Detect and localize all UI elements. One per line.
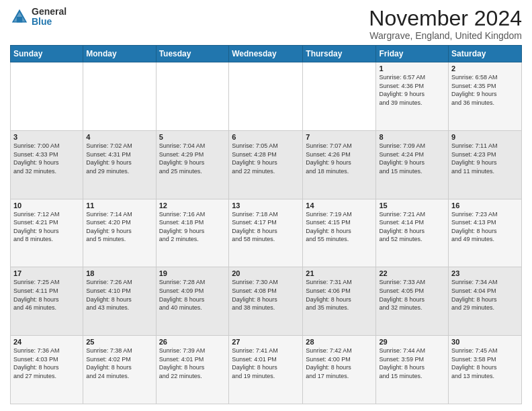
week-row-3: 17Sunrise: 7:25 AM Sunset: 4:11 PM Dayli… bbox=[11, 267, 522, 336]
day-info: Sunrise: 7:39 AM Sunset: 4:01 PM Dayligh… bbox=[159, 347, 226, 380]
day-number: 7 bbox=[306, 133, 373, 141]
day-cell: 15Sunrise: 7:21 AM Sunset: 4:14 PM Dayli… bbox=[376, 199, 449, 267]
day-info: Sunrise: 7:44 AM Sunset: 3:59 PM Dayligh… bbox=[379, 347, 445, 380]
day-info: Sunrise: 7:38 AM Sunset: 4:02 PM Dayligh… bbox=[86, 347, 152, 380]
day-number: 16 bbox=[451, 201, 519, 210]
logo: General Blue bbox=[10, 7, 66, 28]
day-info: Sunrise: 7:41 AM Sunset: 4:01 PM Dayligh… bbox=[232, 347, 300, 380]
header-row: SundayMondayTuesdayWednesdayThursdayFrid… bbox=[11, 46, 522, 62]
day-cell: 30Sunrise: 7:45 AM Sunset: 3:58 PM Dayli… bbox=[449, 336, 522, 404]
day-cell: 13Sunrise: 7:18 AM Sunset: 4:17 PM Dayli… bbox=[229, 199, 303, 267]
day-info: Sunrise: 7:16 AM Sunset: 4:18 PM Dayligh… bbox=[159, 210, 226, 244]
logo-icon bbox=[10, 7, 29, 26]
day-number: 13 bbox=[232, 201, 300, 210]
day-number: 8 bbox=[379, 133, 445, 141]
week-row-4: 24Sunrise: 7:36 AM Sunset: 4:03 PM Dayli… bbox=[11, 336, 522, 404]
day-cell: 4Sunrise: 7:02 AM Sunset: 4:31 PM Daylig… bbox=[83, 130, 156, 199]
day-info: Sunrise: 7:42 AM Sunset: 4:00 PM Dayligh… bbox=[306, 347, 373, 380]
day-cell: 29Sunrise: 7:44 AM Sunset: 3:59 PM Dayli… bbox=[376, 336, 449, 404]
day-info: Sunrise: 7:23 AM Sunset: 4:13 PM Dayligh… bbox=[451, 210, 519, 244]
page: General Blue November 2024 Wargrave, Eng… bbox=[0, 0, 532, 411]
day-cell: 20Sunrise: 7:30 AM Sunset: 4:08 PM Dayli… bbox=[229, 267, 303, 336]
day-number: 17 bbox=[13, 269, 80, 277]
header-wednesday: Wednesday bbox=[229, 46, 303, 62]
day-number: 11 bbox=[86, 201, 152, 210]
day-number: 20 bbox=[232, 269, 300, 277]
day-number: 6 bbox=[232, 133, 300, 141]
day-number: 5 bbox=[159, 133, 226, 141]
header: General Blue November 2024 Wargrave, Eng… bbox=[10, 7, 522, 41]
day-number: 10 bbox=[13, 201, 80, 210]
day-info: Sunrise: 7:05 AM Sunset: 4:28 PM Dayligh… bbox=[232, 142, 300, 175]
logo-text: General Blue bbox=[32, 7, 66, 28]
day-number: 4 bbox=[86, 133, 152, 141]
day-info: Sunrise: 7:07 AM Sunset: 4:26 PM Dayligh… bbox=[306, 142, 373, 175]
day-number: 24 bbox=[13, 338, 80, 346]
day-number: 3 bbox=[13, 133, 80, 141]
calendar-table: SundayMondayTuesdayWednesdayThursdayFrid… bbox=[10, 45, 522, 404]
day-info: Sunrise: 7:14 AM Sunset: 4:20 PM Dayligh… bbox=[86, 210, 152, 244]
day-cell: 9Sunrise: 7:11 AM Sunset: 4:23 PM Daylig… bbox=[449, 130, 522, 199]
day-info: Sunrise: 7:36 AM Sunset: 4:03 PM Dayligh… bbox=[13, 347, 80, 380]
day-info: Sunrise: 7:26 AM Sunset: 4:10 PM Dayligh… bbox=[86, 278, 152, 312]
day-cell: 25Sunrise: 7:38 AM Sunset: 4:02 PM Dayli… bbox=[83, 336, 156, 404]
day-info: Sunrise: 7:34 AM Sunset: 4:04 PM Dayligh… bbox=[451, 278, 519, 312]
day-cell: 16Sunrise: 7:23 AM Sunset: 4:13 PM Dayli… bbox=[449, 199, 522, 267]
header-thursday: Thursday bbox=[303, 46, 376, 62]
day-info: Sunrise: 7:25 AM Sunset: 4:11 PM Dayligh… bbox=[13, 278, 80, 312]
day-number: 19 bbox=[159, 269, 226, 277]
day-cell bbox=[11, 62, 83, 131]
day-number: 26 bbox=[159, 338, 226, 346]
day-cell: 6Sunrise: 7:05 AM Sunset: 4:28 PM Daylig… bbox=[229, 130, 303, 199]
day-info: Sunrise: 7:28 AM Sunset: 4:09 PM Dayligh… bbox=[159, 278, 226, 312]
day-number: 27 bbox=[232, 338, 300, 346]
day-number: 21 bbox=[306, 269, 373, 277]
day-info: Sunrise: 6:57 AM Sunset: 4:36 PM Dayligh… bbox=[379, 73, 445, 107]
day-cell bbox=[83, 62, 156, 131]
day-cell: 14Sunrise: 7:19 AM Sunset: 4:15 PM Dayli… bbox=[303, 199, 376, 267]
day-info: Sunrise: 7:19 AM Sunset: 4:15 PM Dayligh… bbox=[306, 210, 373, 244]
title-block: November 2024 Wargrave, England, United … bbox=[369, 7, 522, 41]
day-info: Sunrise: 7:18 AM Sunset: 4:17 PM Dayligh… bbox=[232, 210, 300, 244]
day-cell: 1Sunrise: 6:57 AM Sunset: 4:36 PM Daylig… bbox=[376, 62, 449, 131]
day-cell: 5Sunrise: 7:04 AM Sunset: 4:29 PM Daylig… bbox=[156, 130, 229, 199]
day-cell: 26Sunrise: 7:39 AM Sunset: 4:01 PM Dayli… bbox=[156, 336, 229, 404]
day-info: Sunrise: 7:02 AM Sunset: 4:31 PM Dayligh… bbox=[86, 142, 152, 175]
day-number: 29 bbox=[379, 338, 445, 346]
day-cell: 11Sunrise: 7:14 AM Sunset: 4:20 PM Dayli… bbox=[83, 199, 156, 267]
day-cell: 8Sunrise: 7:09 AM Sunset: 4:24 PM Daylig… bbox=[376, 130, 449, 199]
day-info: Sunrise: 7:30 AM Sunset: 4:08 PM Dayligh… bbox=[232, 278, 300, 312]
day-number: 12 bbox=[159, 201, 226, 210]
day-cell: 10Sunrise: 7:12 AM Sunset: 4:21 PM Dayli… bbox=[11, 199, 83, 267]
logo-blue: Blue bbox=[32, 17, 66, 27]
day-number: 22 bbox=[379, 269, 445, 277]
day-cell: 28Sunrise: 7:42 AM Sunset: 4:00 PM Dayli… bbox=[303, 336, 376, 404]
day-cell: 18Sunrise: 7:26 AM Sunset: 4:10 PM Dayli… bbox=[83, 267, 156, 336]
week-row-1: 3Sunrise: 7:00 AM Sunset: 4:33 PM Daylig… bbox=[11, 130, 522, 199]
logo-general: General bbox=[32, 7, 66, 17]
header-saturday: Saturday bbox=[449, 46, 522, 62]
day-info: Sunrise: 7:00 AM Sunset: 4:33 PM Dayligh… bbox=[13, 142, 80, 175]
day-info: Sunrise: 7:31 AM Sunset: 4:06 PM Dayligh… bbox=[306, 278, 373, 312]
day-number: 1 bbox=[379, 64, 445, 73]
day-number: 28 bbox=[306, 338, 373, 346]
day-cell: 12Sunrise: 7:16 AM Sunset: 4:18 PM Dayli… bbox=[156, 199, 229, 267]
main-title: November 2024 bbox=[369, 7, 522, 30]
day-number: 25 bbox=[86, 338, 152, 346]
day-number: 18 bbox=[86, 269, 152, 277]
day-info: Sunrise: 7:09 AM Sunset: 4:24 PM Dayligh… bbox=[379, 142, 445, 175]
day-info: Sunrise: 7:11 AM Sunset: 4:23 PM Dayligh… bbox=[451, 142, 519, 175]
day-info: Sunrise: 7:21 AM Sunset: 4:14 PM Dayligh… bbox=[379, 210, 445, 244]
day-cell: 24Sunrise: 7:36 AM Sunset: 4:03 PM Dayli… bbox=[11, 336, 83, 404]
day-cell: 22Sunrise: 7:33 AM Sunset: 4:05 PM Dayli… bbox=[376, 267, 449, 336]
day-number: 30 bbox=[451, 338, 519, 346]
header-friday: Friday bbox=[376, 46, 449, 62]
week-row-2: 10Sunrise: 7:12 AM Sunset: 4:21 PM Dayli… bbox=[11, 199, 522, 267]
day-number: 15 bbox=[379, 201, 445, 210]
day-cell: 19Sunrise: 7:28 AM Sunset: 4:09 PM Dayli… bbox=[156, 267, 229, 336]
day-cell bbox=[303, 62, 376, 131]
day-cell: 2Sunrise: 6:58 AM Sunset: 4:35 PM Daylig… bbox=[449, 62, 522, 131]
day-info: Sunrise: 7:12 AM Sunset: 4:21 PM Dayligh… bbox=[13, 210, 80, 244]
day-info: Sunrise: 7:04 AM Sunset: 4:29 PM Dayligh… bbox=[159, 142, 226, 175]
day-cell: 23Sunrise: 7:34 AM Sunset: 4:04 PM Dayli… bbox=[449, 267, 522, 336]
